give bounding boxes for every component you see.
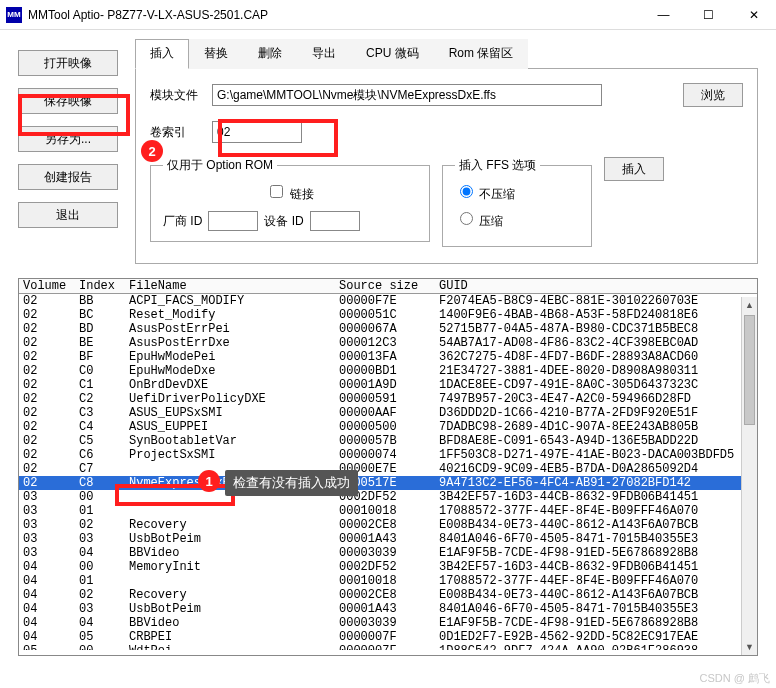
- tab-replace[interactable]: 替换: [189, 39, 243, 69]
- table-row[interactable]: 0302Recovery00002CE8E008B434-0E73-440C-8…: [19, 518, 757, 532]
- col-header-volume[interactable]: Volume: [19, 279, 79, 293]
- app-icon: MM: [6, 7, 22, 23]
- vendor-id-label: 厂商 ID: [163, 213, 202, 230]
- save-image-button[interactable]: 保存映像: [18, 88, 118, 114]
- col-header-guid[interactable]: GUID: [439, 279, 757, 293]
- option-rom-legend: 仅用于 Option ROM: [163, 157, 277, 174]
- col-header-size[interactable]: Source size: [339, 279, 439, 293]
- tab-cpu[interactable]: CPU 微码: [351, 39, 434, 69]
- device-id-input[interactable]: [310, 211, 360, 231]
- table-row[interactable]: 02C6ProjectSxSMI000000741FF503C8-D271-49…: [19, 448, 757, 462]
- window-maximize-button[interactable]: ☐: [686, 0, 731, 30]
- window-close-button[interactable]: ✕: [731, 0, 776, 30]
- watermark: CSDN @ 鹧飞: [700, 671, 770, 686]
- table-row[interactable]: 02BDAsusPostErrPei0000067A52715B77-04A5-…: [19, 322, 757, 336]
- table-row[interactable]: 03000002DF523B42EF57-16D3-44CB-8632-9FDB…: [19, 490, 757, 504]
- module-file-input[interactable]: [212, 84, 602, 106]
- scroll-up-icon[interactable]: ▲: [742, 297, 757, 313]
- vendor-id-input[interactable]: [208, 211, 258, 231]
- col-header-index[interactable]: Index: [79, 279, 129, 293]
- no-compress-radio[interactable]: 不压缩: [455, 187, 515, 201]
- tab-delete[interactable]: 删除: [243, 39, 297, 69]
- window-title: MMTool Aptio- P8Z77-V-LX-ASUS-2501.CAP: [28, 8, 641, 22]
- exit-button[interactable]: 退出: [18, 202, 118, 228]
- table-scrollbar[interactable]: ▲ ▼: [741, 297, 757, 655]
- tab-rom[interactable]: Rom 保留区: [434, 39, 529, 69]
- insert-button[interactable]: 插入: [604, 157, 664, 181]
- open-image-button[interactable]: 打开映像: [18, 50, 118, 76]
- table-row[interactable]: 02C2UefiDriverPolicyDXE000005917497B957-…: [19, 392, 757, 406]
- table-row[interactable]: 02C0EpuHwModeDxe00000BD121E34727-3881-4D…: [19, 364, 757, 378]
- table-row[interactable]: 02BEAsusPostErrDxe000012C354AB7A17-AD08-…: [19, 336, 757, 350]
- scroll-thumb[interactable]: [744, 315, 755, 425]
- table-row[interactable]: 02C4ASUS_EUPPEI000005007DADBC98-2689-4D1…: [19, 420, 757, 434]
- volume-index-label: 卷索引: [150, 124, 212, 141]
- browse-button[interactable]: 浏览: [683, 83, 743, 107]
- table-row[interactable]: 04010001001817088572-377F-44EF-8F4E-B09F…: [19, 574, 757, 588]
- save-as-button[interactable]: 另存为...: [18, 126, 118, 152]
- table-row[interactable]: 0400MemoryInit0002DF523B42EF57-16D3-44CB…: [19, 560, 757, 574]
- table-row[interactable]: 0402Recovery00002CE8E008B434-0E73-440C-8…: [19, 588, 757, 602]
- volume-index-input[interactable]: [212, 121, 302, 143]
- table-row[interactable]: 02BFEpuHwModePei000013FA362C7275-4D8F-4F…: [19, 350, 757, 364]
- table-row[interactable]: 0500WdtPei0000007F1D88C542-9DF7-424A-AA9…: [19, 644, 757, 650]
- table-row[interactable]: 02BCReset_Modify0000051C1400F9E6-4BAB-4B…: [19, 308, 757, 322]
- module-table: Volume Index FileName Source size GUID 0…: [18, 278, 758, 656]
- table-row[interactable]: 02C700000E7E40216CD9-9C09-4EB5-B7DA-D0A2…: [19, 462, 757, 476]
- table-row[interactable]: 0303UsbBotPeim00001A438401A046-6F70-4505…: [19, 532, 757, 546]
- table-row[interactable]: 0405CRBPEI0000007F0D1ED2F7-E92B-4562-92D…: [19, 630, 757, 644]
- table-row[interactable]: 0404BBVideo00003039E1AF9F5B-7CDE-4F98-91…: [19, 616, 757, 630]
- table-row[interactable]: 02C1OnBrdDevDXE00001A9D1DACE8EE-CD97-491…: [19, 378, 757, 392]
- ffs-options-legend: 插入 FFS 选项: [455, 157, 540, 174]
- table-row[interactable]: 03010001001817088572-377F-44EF-8F4E-B09F…: [19, 504, 757, 518]
- device-id-label: 设备 ID: [264, 213, 303, 230]
- ffs-options-group: 插入 FFS 选项 不压缩 压缩: [442, 157, 592, 247]
- table-row[interactable]: 02C5SynBootabletVar0000057BBFD8AE8E-C091…: [19, 434, 757, 448]
- col-header-filename[interactable]: FileName: [129, 279, 339, 293]
- compress-radio[interactable]: 压缩: [455, 214, 503, 228]
- window-minimize-button[interactable]: —: [641, 0, 686, 30]
- option-rom-group: 仅用于 Option ROM 链接 厂商 ID 设备 ID: [150, 157, 430, 242]
- scroll-down-icon[interactable]: ▼: [742, 639, 757, 655]
- table-row[interactable]: 02BBACPI_FACS_MODIFY00000F7EF2074EA5-B8C…: [19, 294, 757, 308]
- tab-insert[interactable]: 插入: [135, 39, 189, 69]
- create-report-button[interactable]: 创建报告: [18, 164, 118, 190]
- table-row[interactable]: 0403UsbBotPeim00001A438401A046-6F70-4505…: [19, 602, 757, 616]
- tab-export[interactable]: 导出: [297, 39, 351, 69]
- link-checkbox[interactable]: 链接: [266, 187, 313, 201]
- table-row[interactable]: 0304BBVideo00003039E1AF9F5B-7CDE-4F98-91…: [19, 546, 757, 560]
- table-row[interactable]: 02C8NvmeExpressDxE0000517E9A4713C2-EF56-…: [19, 476, 757, 490]
- module-file-label: 模块文件: [150, 87, 212, 104]
- table-row[interactable]: 02C3ASUS_EUPSxSMI00000AAFD36DDD2D-1C66-4…: [19, 406, 757, 420]
